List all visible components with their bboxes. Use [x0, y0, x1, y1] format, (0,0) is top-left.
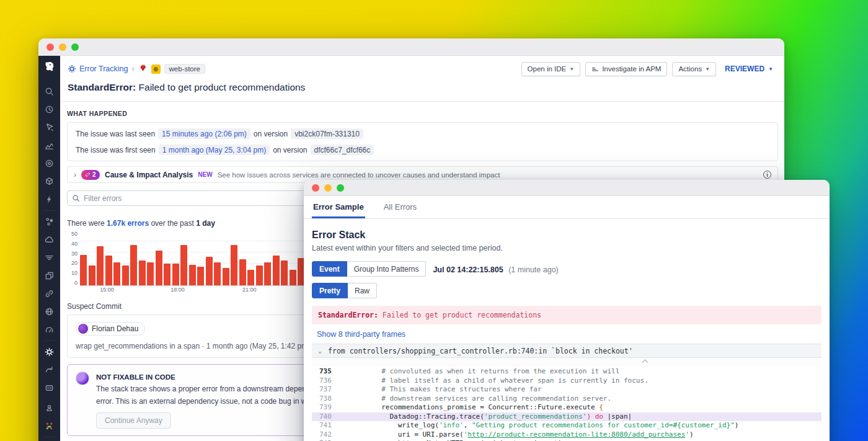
logs-icon[interactable] — [39, 249, 60, 267]
chart-bar[interactable] — [273, 256, 280, 285]
tab-error-sample[interactable]: Error Sample — [312, 196, 365, 218]
integrations-icon[interactable] — [39, 399, 60, 417]
issue-title: StandardError: Failed to get product rec… — [68, 82, 777, 101]
chart-bar[interactable] — [172, 264, 179, 285]
maximize-button[interactable] — [337, 184, 344, 192]
events-bolt-icon[interactable] — [39, 190, 60, 208]
group-into-patterns-toggle[interactable]: Group Into Patterns — [347, 261, 427, 277]
bug-icon — [68, 65, 76, 73]
service-map-icon[interactable] — [39, 213, 60, 231]
new-badge: NEW — [198, 171, 212, 178]
ai-cursor-icon[interactable] — [39, 118, 60, 136]
code-line[interactable]: 736 # label itself as a child of whateve… — [312, 376, 822, 386]
frames-icon[interactable] — [39, 267, 60, 285]
code-line[interactable]: 741 write_log('info', "Getting product r… — [312, 421, 822, 430]
last-seen-version[interactable]: vbi2ck07fm-331310 — [291, 128, 363, 139]
main-titlebar[interactable] — [38, 38, 784, 56]
code-line[interactable]: 737 # This makes trace structures where … — [312, 385, 822, 394]
error-tracking-bug-icon[interactable] — [39, 343, 60, 361]
chart-bar[interactable] — [147, 262, 154, 285]
chart-bar[interactable] — [180, 245, 187, 285]
chart-bar[interactable] — [290, 270, 296, 285]
chart-bar[interactable] — [164, 264, 170, 285]
first-seen-row: The issue was first seen 1 month ago (Ma… — [76, 145, 769, 155]
chart-bar[interactable] — [239, 259, 246, 285]
first-seen-version[interactable]: dfcf66c7_dfcf66c — [311, 145, 374, 155]
close-button[interactable] — [46, 43, 54, 51]
event-toggle[interactable]: Event — [312, 261, 347, 277]
infrastructure-icon[interactable] — [39, 172, 60, 190]
error-count-link[interactable]: 1.67k errors — [107, 219, 149, 228]
minimize-button[interactable] — [324, 184, 332, 192]
chart-bar[interactable] — [256, 265, 263, 285]
code-line[interactable]: 739 recommendations_promise = Concurrent… — [312, 403, 822, 412]
nav-sidebar: ? Help — [38, 56, 60, 441]
metrics-icon[interactable] — [39, 136, 60, 154]
rum-gauge-icon[interactable] — [39, 321, 60, 339]
pixel-pet-icon[interactable] — [39, 417, 60, 435]
chart-bar[interactable] — [231, 245, 237, 285]
chart-bar[interactable] — [113, 262, 120, 285]
chart-bar[interactable] — [223, 268, 229, 285]
minimize-button[interactable] — [59, 43, 66, 51]
show-third-party-frames-link[interactable]: Show 8 third-party frames — [312, 324, 822, 344]
commit-author-pill[interactable]: Florian Dehau — [76, 322, 145, 336]
chart-bar[interactable] — [122, 265, 129, 285]
last-seen-time[interactable]: 15 minutes ago (2:06 pm) — [158, 128, 250, 139]
what-happened-label: WHAT HAPPENED — [67, 110, 778, 117]
cloud-icon[interactable] — [39, 231, 60, 249]
code-line[interactable]: 742 uri = URI.parse('http://product-reco… — [312, 430, 822, 440]
search-icon[interactable] — [39, 82, 60, 100]
status-dropdown[interactable]: REVIEWED▼ — [721, 65, 777, 73]
chevron-down-icon: ▼ — [768, 66, 773, 72]
chart-bar[interactable] — [139, 261, 146, 285]
service-name-tag[interactable]: web-store — [164, 64, 206, 74]
ci-visibility-icon[interactable] — [39, 361, 60, 379]
chart-bar[interactable] — [206, 257, 213, 285]
chart-bar[interactable] — [214, 262, 221, 285]
chart-bar[interactable] — [197, 267, 204, 285]
chart-bar[interactable] — [156, 251, 162, 285]
chart-bar[interactable] — [80, 255, 87, 285]
chart-bar[interactable] — [89, 265, 95, 285]
error-detail-window: Error Sample All Errors Error Stack Late… — [304, 180, 830, 441]
close-button[interactable] — [312, 184, 319, 192]
synthetics-globe-icon[interactable] — [39, 303, 60, 321]
what-happened-card: The issue was last seen 15 minutes ago (… — [67, 122, 778, 161]
code-line[interactable]: 738 # downstream services are calling re… — [312, 394, 822, 404]
maximize-button[interactable] — [71, 43, 79, 51]
chevron-down-icon: ▼ — [569, 66, 574, 72]
chart-bar[interactable] — [97, 246, 104, 285]
llm-observability-icon[interactable] — [39, 379, 60, 397]
overlay-titlebar[interactable] — [304, 180, 830, 196]
info-icon[interactable]: i — [763, 171, 771, 179]
watchdog-icon[interactable] — [39, 154, 60, 172]
chart-bar[interactable] — [105, 256, 112, 285]
code-line[interactable]: 740 Datadog::Tracing.trace('product_reco… — [312, 412, 822, 422]
chart-bar[interactable] — [264, 262, 271, 285]
view-toggle: Event Group Into Patterns — [312, 261, 426, 277]
chart-x-axis: 15:0018:0021:00 — [80, 285, 304, 293]
raw-toggle[interactable]: Raw — [348, 283, 377, 298]
code-line[interactable]: 735 # convoluted as when it returns from… — [312, 367, 822, 376]
pretty-toggle[interactable]: Pretty — [312, 283, 348, 298]
datadog-logo-icon[interactable] — [42, 59, 58, 75]
chart-bars — [80, 231, 304, 285]
tab-all-errors[interactable]: All Errors — [383, 196, 418, 218]
traces-link-icon[interactable] — [39, 285, 60, 303]
chart-bar[interactable] — [130, 245, 137, 285]
chart-x-tick: 21:00 — [242, 287, 257, 293]
code-collapse-strip[interactable] — [312, 358, 822, 367]
chart-bar[interactable] — [189, 265, 196, 285]
investigate-in-apm-button[interactable]: Investigate in APM — [585, 62, 667, 76]
history-icon[interactable] — [39, 100, 60, 118]
chart-bar[interactable] — [247, 270, 254, 285]
continue-anyway-button[interactable]: Continue Anyway — [96, 412, 171, 429]
first-seen-time[interactable]: 1 month ago (May 25, 3:04 pm) — [159, 145, 270, 155]
actions-button[interactable]: Actions▼ — [672, 62, 716, 76]
chart-bar[interactable] — [281, 261, 288, 285]
stack-frame-header[interactable]: ⌄ from controllers/shopping_cart_control… — [312, 344, 822, 358]
event-timestamp: Jul 02 14:22:15.805 — [433, 265, 503, 274]
open-in-ide-button[interactable]: Open in IDE▼ — [521, 62, 581, 76]
breadcrumb-error-tracking[interactable]: Error Tracking — [68, 65, 128, 73]
